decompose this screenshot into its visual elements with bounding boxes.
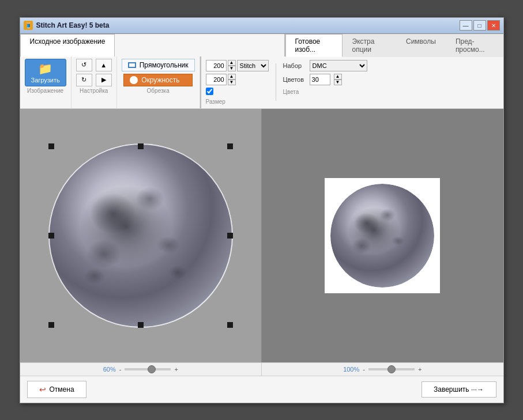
set-select[interactable]: DMC [310,60,367,71]
close-button[interactable]: ✕ [487,20,500,31]
colors-up[interactable]: ▲ [334,74,342,80]
preview-moon [330,184,434,287]
width-spinner: ▲ ▼ [228,60,236,71]
left-zoom-panel: 60% - + [20,362,262,376]
rect-crop-button[interactable]: Прямоугольник [122,59,195,71]
colors-spinner: ▲ ▼ [334,74,342,85]
rotate-cw-button[interactable]: ↻ [76,74,92,86]
full-toolbar: 📁 Загрузить Изображение ↺ ↻ ▲ [20,56,503,108]
load-button[interactable]: 📁 Загрузить [25,59,66,86]
undo-icon: ↩ [39,385,46,394]
width-up[interactable]: ▲ [228,60,236,66]
width-down[interactable]: ▼ [228,66,236,71]
load-label: Загрузить [31,77,60,84]
left-panel [20,109,262,362]
rotate-ccw-button[interactable]: ↺ [76,59,92,71]
titlebar: 🧵 Stitch Art Easy! 5 beta — □ ✕ [20,18,503,34]
tab-symbols[interactable]: Символы [396,34,446,57]
left-zoom-minus[interactable]: - [119,366,122,373]
handle-tc[interactable] [138,143,144,149]
crop-container [43,138,239,334]
height-input[interactable]: 200 [206,74,227,85]
app-icon-symbol: 🧵 [25,22,32,29]
handle-tl[interactable] [48,143,54,149]
height-row: 200 ▲ ▼ [206,74,269,85]
colors-label: Цветов [283,76,306,83]
main-content [20,109,503,362]
crop-section: Прямоугольник Окружность Обрезка [117,56,200,108]
colors-input[interactable] [310,74,330,85]
flip-h-button[interactable]: ▲ [96,59,112,71]
left-toolbar-panel: 📁 Загрузить Изображение ↺ ↻ ▲ [20,56,201,108]
colors-count-row: Цветов ▲ ▼ [283,74,367,85]
size-section-label: Размер [206,99,269,105]
set-row: Набор DMC [283,60,367,71]
height-up[interactable]: ▲ [228,74,236,80]
crop-buttons: Прямоугольник Окружность [122,59,195,86]
handle-ml[interactable] [48,233,54,239]
right-zoom-plus[interactable]: + [418,366,422,373]
left-zoom-percent: 60% [103,366,116,373]
image-section-label: Изображение [27,88,63,94]
finish-button[interactable]: Завершить ···→ [422,381,496,398]
minimize-button[interactable]: — [460,20,472,31]
circle-crop-button[interactable]: Окружность [123,74,193,86]
finish-label: Завершить ···→ [434,385,484,393]
height-down[interactable]: ▼ [228,80,236,85]
flip-v-button[interactable]: ▶ [96,74,112,86]
settings-content: ↺ ↻ ▲ ▶ [76,59,112,86]
flip-group: ▲ ▶ [96,59,112,86]
window-title: Stitch Art Easy! 5 beta [36,21,110,29]
right-tabs-container: Готовое изоб... Экстра опции Символы Пре… [285,34,503,56]
handle-br[interactable] [227,322,233,328]
right-panel [262,109,503,362]
size-group: 200 ▲ ▼ Stitch 200 ▲ ▼ [206,60,269,105]
preview-container [325,178,440,293]
left-zoom-slider[interactable] [125,368,171,370]
app-icon: 🧵 [24,21,33,30]
settings-section-label: Настройка [80,88,108,94]
tab-preview[interactable]: Пред-просмо... [446,34,503,57]
width-row: 200 ▲ ▼ Stitch [206,60,269,71]
width-input[interactable]: 200 [206,60,227,71]
colors-group: Набор DMC Цветов ▲ ▼ Цвета [283,60,367,105]
right-zoom-minus[interactable]: - [363,366,365,373]
right-zoom-panel: 100% - + [262,362,503,376]
toolbar-area: Исходное изображение Готовое изоб... Экс… [20,34,503,109]
rotate-group: ↺ ↻ [76,59,92,86]
zoom-panels: 60% - + 100% - + [20,362,503,376]
moon-surface [48,143,233,328]
rect-label: Прямоугольник [140,61,189,69]
set-label: Набор [283,62,306,69]
lock-ratio-row [206,88,269,95]
cancel-button[interactable]: ↩ Отмена [27,381,86,398]
stitch-select[interactable]: Stitch [237,60,269,71]
lock-ratio-checkbox[interactable] [206,88,213,95]
circle-icon [130,76,138,84]
left-tabs: Исходное изображение [20,34,285,56]
settings-section: ↺ ↻ ▲ ▶ Настройка [72,56,117,108]
colors-section-label: Цвета [283,89,367,95]
handle-tr[interactable] [227,143,233,149]
all-tabs: Исходное изображение Готовое изоб... Экс… [20,34,503,56]
cancel-label: Отмена [50,385,74,393]
tab-extra[interactable]: Экстра опции [343,34,396,57]
folder-icon: 📁 [38,62,52,75]
handle-mr[interactable] [227,233,233,239]
toolbar-divider [276,63,276,101]
left-zoom-plus[interactable]: + [174,366,178,373]
handle-bl[interactable] [48,322,54,328]
handle-bc[interactable] [138,322,144,328]
colors-down[interactable]: ▼ [334,80,342,85]
tab-ready[interactable]: Готовое изоб... [285,34,343,57]
tab-source[interactable]: Исходное изображение [20,34,115,57]
preview-moon-surface [330,184,434,287]
source-moon-image [48,143,233,328]
right-zoom-percent: 100% [343,366,359,373]
maximize-button[interactable]: □ [473,20,486,31]
crop-section-label: Обрезка [147,88,170,94]
window-controls: — □ ✕ [460,20,500,31]
circle-label: Окружность [141,76,179,84]
right-zoom-slider[interactable] [368,368,415,370]
right-toolbar-panel: 200 ▲ ▼ Stitch 200 ▲ ▼ [201,56,503,108]
